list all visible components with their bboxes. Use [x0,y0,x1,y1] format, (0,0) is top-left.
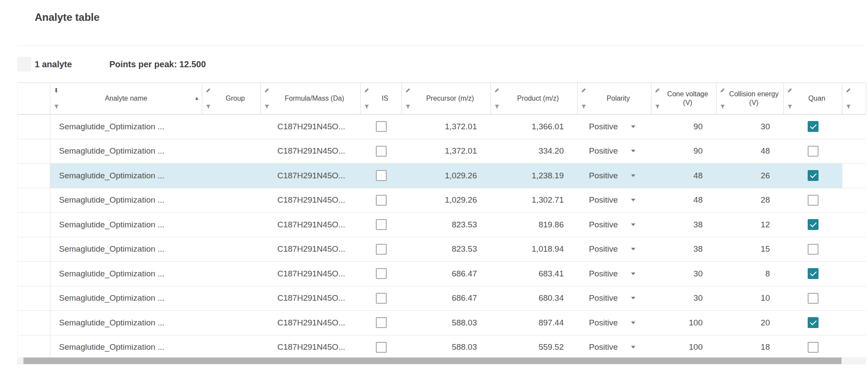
is-cell[interactable] [361,164,402,188]
column-header-formula[interactable]: Formula/Mass (Da) [261,83,361,114]
product-mz-cell[interactable]: 1,302.71 [491,188,578,213]
polarity-select[interactable]: Positive [589,195,635,205]
column-header-is[interactable]: IS [361,83,402,114]
cone-voltage-cell[interactable]: 30 [651,262,717,286]
polarity-select[interactable]: Positive [589,146,635,156]
precursor-mz-cell[interactable]: 823.53 [402,213,491,237]
collision-energy-cell[interactable]: 12 [717,213,784,237]
is-cell[interactable] [361,139,402,164]
formula-mass-cell[interactable]: C187H291N45O... [261,262,361,286]
is-checkbox[interactable] [376,121,387,132]
table-row[interactable]: Semaglutide_Optimization ...C187H291N45O… [18,115,866,139]
polarity-cell[interactable]: Positive [578,311,651,335]
product-mz-cell[interactable]: 1,366.01 [491,115,578,139]
group-cell[interactable] [202,237,261,262]
precursor-mz-cell[interactable]: 588.03 [402,335,491,360]
column-header-name[interactable]: Analyte name▲ [50,83,202,114]
analyte-name-cell[interactable]: Semaglutide_Optimization ... [50,164,202,188]
row-handle-cell[interactable] [18,286,50,311]
is-checkbox[interactable] [376,219,387,230]
cone-voltage-cell[interactable]: 48 [651,188,717,213]
product-mz-cell[interactable]: 1,238.19 [491,164,578,188]
analyte-name-cell[interactable]: Semaglutide_Optimization ... [50,237,202,262]
product-mz-cell[interactable]: 334.20 [491,139,578,164]
filter-icon[interactable] [720,104,725,109]
polarity-select[interactable]: Positive [589,342,635,352]
precursor-mz-cell[interactable]: 686.47 [402,286,491,311]
cone-voltage-cell[interactable]: 100 [651,335,717,360]
quan-checkbox[interactable] [808,170,819,181]
group-cell[interactable] [202,213,261,237]
quan-cell[interactable] [784,237,842,262]
quan-cell[interactable] [784,311,842,335]
group-cell[interactable] [202,188,261,213]
is-checkbox[interactable] [376,293,387,304]
group-cell[interactable] [202,164,261,188]
collision-energy-cell[interactable]: 26 [717,164,784,188]
precursor-mz-cell[interactable]: 588.03 [402,311,491,335]
table-row[interactable]: Semaglutide_Optimization ...C187H291N45O… [18,286,866,311]
group-cell[interactable] [202,262,261,286]
polarity-select[interactable]: Positive [589,220,635,230]
quan-cell[interactable] [784,213,842,237]
horizontal-scrollbar[interactable] [17,357,866,364]
collision-energy-cell[interactable]: 10 [717,286,784,311]
row-handle-cell[interactable] [18,139,50,164]
collision-energy-cell[interactable]: 20 [717,311,784,335]
cone-voltage-cell[interactable]: 100 [651,311,717,335]
table-row[interactable]: Semaglutide_Optimization ...C187H291N45O… [18,139,866,164]
filter-icon[interactable] [846,104,851,109]
column-header-overflow[interactable] [842,83,866,114]
is-cell[interactable] [361,335,402,360]
filter-icon[interactable] [364,104,369,109]
polarity-select[interactable]: Positive [589,318,635,328]
formula-mass-cell[interactable]: C187H291N45O... [261,311,361,335]
product-mz-cell[interactable]: 683.41 [491,262,578,286]
formula-mass-cell[interactable]: C187H291N45O... [261,237,361,262]
product-mz-cell[interactable]: 1,018.94 [491,237,578,262]
table-row[interactable]: Semaglutide_Optimization ...C187H291N45O… [18,164,866,188]
is-cell[interactable] [361,262,402,286]
analyte-name-cell[interactable]: Semaglutide_Optimization ... [50,115,202,139]
cone-voltage-cell[interactable]: 38 [651,237,717,262]
filter-icon[interactable] [206,104,211,109]
cone-voltage-cell[interactable]: 38 [651,213,717,237]
row-handle-cell[interactable] [18,262,50,286]
formula-mass-cell[interactable]: C187H291N45O... [261,115,361,139]
cone-voltage-cell[interactable]: 30 [651,286,717,311]
column-header-precursor[interactable]: Precursor (m/z) [402,83,491,114]
is-cell[interactable] [361,188,402,213]
polarity-cell[interactable]: Positive [578,335,651,360]
row-handle-cell[interactable] [18,164,50,188]
polarity-cell[interactable]: Positive [578,286,651,311]
is-checkbox[interactable] [376,268,387,279]
polarity-select[interactable]: Positive [589,244,635,254]
table-row[interactable]: Semaglutide_Optimization ...C187H291N45O… [18,335,866,360]
is-checkbox[interactable] [376,342,387,353]
column-header-group[interactable]: Group [202,83,261,114]
row-handle-cell[interactable] [18,213,50,237]
quan-cell[interactable] [784,335,842,360]
collision-energy-cell[interactable]: 28 [717,188,784,213]
cone-voltage-cell[interactable]: 90 [651,115,717,139]
group-cell[interactable] [202,311,261,335]
quan-checkbox[interactable] [808,342,819,353]
row-handle-cell[interactable] [18,237,50,262]
quan-cell[interactable] [784,286,842,311]
analyte-name-cell[interactable]: Semaglutide_Optimization ... [50,262,202,286]
column-header-polarity[interactable]: Polarity [578,83,651,114]
analyte-name-cell[interactable]: Semaglutide_Optimization ... [50,311,202,335]
analyte-name-cell[interactable]: Semaglutide_Optimization ... [50,188,202,213]
formula-mass-cell[interactable]: C187H291N45O... [261,139,361,164]
polarity-cell[interactable]: Positive [578,213,651,237]
is-cell[interactable] [361,237,402,262]
product-mz-cell[interactable]: 819.86 [491,213,578,237]
polarity-cell[interactable]: Positive [578,237,651,262]
is-cell[interactable] [361,213,402,237]
filter-icon[interactable] [655,104,660,109]
precursor-mz-cell[interactable]: 1,372.01 [402,139,491,164]
analyte-name-cell[interactable]: Semaglutide_Optimization ... [50,139,202,164]
formula-mass-cell[interactable]: C187H291N45O... [261,286,361,311]
quan-checkbox[interactable] [808,219,819,230]
analyte-name-cell[interactable]: Semaglutide_Optimization ... [50,335,202,360]
